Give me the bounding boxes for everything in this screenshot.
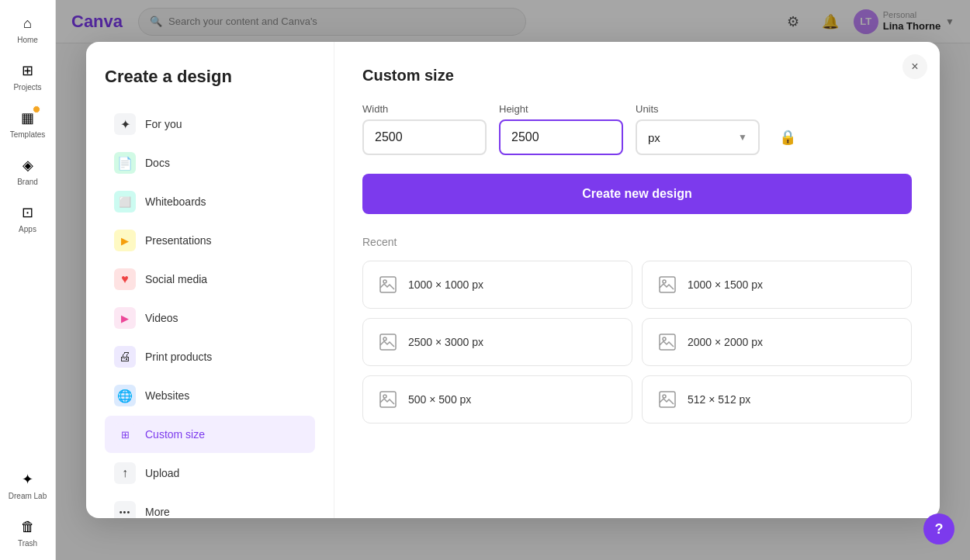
social-media-icon: ♥ (114, 268, 136, 290)
print-products-icon: 🖨 (114, 346, 136, 368)
image-icon-6 (656, 389, 678, 410)
custom-size-icon: ⊞ (114, 423, 136, 445)
sidebar-item-home[interactable]: ⌂ Home (3, 6, 53, 50)
menu-label-websites: Websites (145, 389, 189, 402)
image-icon-5 (377, 389, 399, 410)
close-button[interactable]: × (902, 54, 927, 79)
lock-icon: 🔒 (779, 129, 796, 146)
recent-card-1[interactable]: 1000 × 1000 px (362, 261, 632, 309)
menu-item-docs[interactable]: 📄 Docs (105, 144, 315, 181)
whiteboards-icon: ⬜ (114, 191, 136, 213)
menu-label-upload: Upload (145, 467, 179, 479)
create-design-modal: × Create a design ✦ For you 📄 Docs (86, 42, 940, 518)
sidebar-label-apps: Apps (19, 225, 36, 233)
sidebar-item-apps[interactable]: ⊡ Apps (3, 195, 53, 240)
svg-point-11 (663, 395, 666, 398)
recent-card-6[interactable]: 512 × 512 px (642, 375, 912, 423)
height-label: Height (499, 103, 623, 115)
image-icon-3 (377, 331, 399, 353)
home-icon: ⌂ (17, 12, 39, 34)
recent-card-label-6: 512 × 512 px (688, 393, 750, 406)
height-group: Height (499, 103, 623, 155)
trash-icon: 🗑 (17, 516, 39, 538)
menu-item-for-you[interactable]: ✦ For you (105, 105, 315, 143)
sidebar-item-dreamlab[interactable]: ✦ Dream Lab (3, 462, 53, 506)
sidebar-label-dreamlab: Dream Lab (9, 492, 47, 500)
recent-card-3[interactable]: 2500 × 3000 px (362, 318, 632, 366)
menu-item-presentations[interactable]: ▶ Presentations (105, 222, 315, 259)
upload-icon: ↑ (114, 462, 136, 484)
lock-button[interactable]: 🔒 (772, 119, 803, 155)
modal-left-panel: Create a design ✦ For you 📄 Docs ⬜ Whi (86, 42, 334, 518)
menu-label-docs: Docs (145, 157, 170, 169)
presentations-icon: ▶ (114, 230, 136, 251)
sidebar-item-projects[interactable]: ⊞ Projects (3, 54, 53, 98)
sidebar-label-home: Home (17, 36, 38, 44)
menu-item-social-media[interactable]: ♥ Social media (105, 261, 315, 298)
width-input[interactable] (362, 119, 487, 155)
sidebar-label-projects: Projects (13, 83, 41, 92)
sidebar-label-trash: Trash (18, 539, 37, 548)
recent-card-label-3: 2500 × 3000 px (408, 336, 483, 348)
help-button[interactable]: ? (923, 513, 954, 544)
modal-right-panel: Custom size Width Height Units (334, 42, 940, 518)
recent-card-label-1: 1000 × 1000 px (408, 278, 483, 291)
menu-item-videos[interactable]: ▶ Videos (105, 299, 315, 337)
sidebar-item-templates[interactable]: ▦ Templates (3, 101, 53, 145)
recent-card-4[interactable]: 2000 × 2000 px (642, 318, 912, 366)
sidebar-label-templates: Templates (10, 130, 46, 139)
menu-item-whiteboards[interactable]: ⬜ Whiteboards (105, 183, 315, 220)
menu-item-print-products[interactable]: 🖨 Print products (105, 338, 315, 375)
width-label: Width (362, 103, 487, 115)
docs-icon: 📄 (114, 152, 136, 174)
recent-card-5[interactable]: 500 × 500 px (362, 375, 632, 423)
menu-item-websites[interactable]: 🌐 Websites (105, 377, 315, 414)
section-title: Custom size (362, 67, 912, 85)
menu-label-videos: Videos (145, 312, 178, 324)
menu-label-more: More (145, 506, 170, 518)
units-group: Units px ▼ (636, 103, 760, 155)
help-icon: ? (935, 521, 944, 538)
menu-item-custom-size[interactable]: ⊞ Custom size (105, 416, 315, 453)
menu-label-social-media: Social media (145, 273, 207, 285)
dreamlab-icon: ✦ (17, 468, 39, 490)
modal-title: Create a design (105, 67, 315, 87)
menu-label-custom-size: Custom size (145, 428, 205, 441)
menu-item-upload[interactable]: ↑ Upload (105, 455, 315, 492)
units-select[interactable]: px ▼ (636, 119, 760, 155)
width-group: Width (362, 103, 487, 155)
menu-label-whiteboards: Whiteboards (145, 195, 206, 208)
image-icon-2 (656, 274, 678, 296)
svg-point-5 (383, 337, 386, 340)
size-form: Width Height Units px ▼ (362, 103, 912, 155)
svg-point-1 (383, 280, 386, 283)
menu-item-more[interactable]: ••• More (105, 493, 315, 518)
videos-icon: ▶ (114, 307, 136, 329)
units-label: Units (636, 103, 760, 115)
create-new-design-button[interactable]: Create new design (362, 174, 912, 214)
recent-card-2[interactable]: 1000 × 1500 px (642, 261, 912, 309)
main-content: Canva 🔍 Search your content and Canva's … (56, 0, 970, 560)
websites-icon: 🌐 (114, 385, 136, 406)
for-you-icon: ✦ (114, 113, 136, 135)
sidebar-item-brand[interactable]: ◈ Brand (3, 148, 53, 192)
menu-label-print-products: Print products (145, 351, 212, 363)
svg-point-9 (383, 395, 386, 398)
svg-point-7 (663, 337, 666, 340)
image-icon-4 (656, 331, 678, 353)
menu-label-for-you: For you (145, 118, 182, 130)
sidebar-item-trash[interactable]: 🗑 Trash (3, 510, 53, 554)
menu-label-presentations: Presentations (145, 234, 212, 247)
projects-icon: ⊞ (17, 60, 39, 81)
recent-card-label-5: 500 × 500 px (408, 393, 471, 406)
recent-label: Recent (362, 236, 912, 248)
recent-card-label-4: 2000 × 2000 px (688, 336, 763, 348)
templates-icon: ▦ (17, 107, 39, 129)
left-sidebar: ⌂ Home ⊞ Projects ▦ Templates ◈ Brand ⊡ … (0, 0, 56, 560)
image-icon-1 (377, 274, 399, 296)
more-icon: ••• (114, 501, 136, 518)
modal-overlay: × Create a design ✦ For you 📄 Docs (56, 0, 970, 560)
brand-icon: ◈ (17, 154, 39, 176)
units-value: px (648, 131, 660, 144)
height-input[interactable] (499, 119, 623, 155)
